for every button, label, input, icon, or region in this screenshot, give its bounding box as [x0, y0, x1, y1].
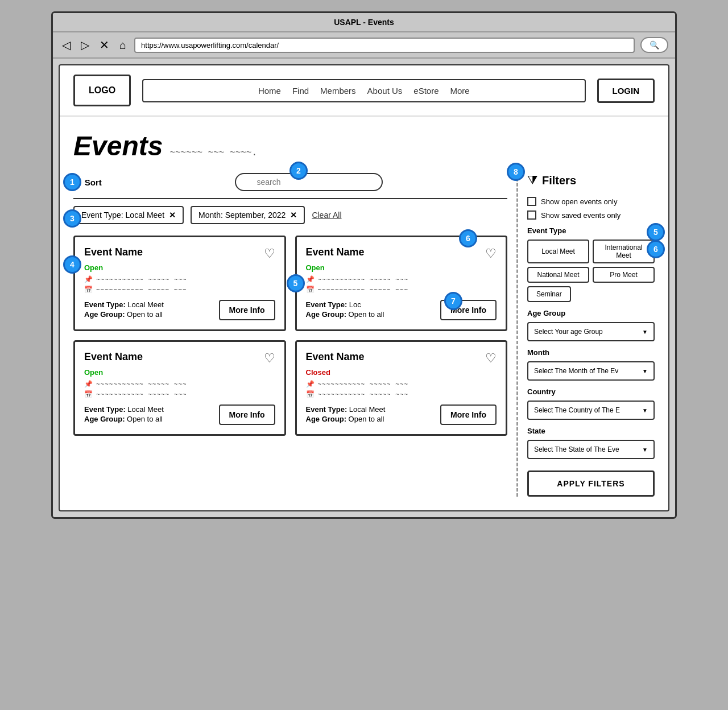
- show-open-events-label: Show open events only: [541, 197, 617, 206]
- filters-header: ⧩ Filters: [527, 173, 655, 188]
- event-card-1: Event Name ♡ Open 📌 ~~~~~~~~~~~ ~~~~~ ~~…: [73, 236, 286, 331]
- filters-title: Filters: [542, 174, 576, 187]
- location-icon-1: 📌: [84, 275, 93, 284]
- event-type-section-label: Event Type: [527, 226, 655, 235]
- annotation-6-sidebar: 6: [647, 240, 665, 258]
- show-open-events-checkbox-row[interactable]: Show open events only: [527, 197, 655, 206]
- filter-tag-month[interactable]: Month: September, 2022 ✕: [191, 206, 305, 224]
- address-bar[interactable]: [134, 38, 635, 53]
- event-status-1: Open: [84, 263, 275, 272]
- annotation-4: 4: [63, 255, 81, 274]
- site-header: LOGO Home Find Members About Us eStore M…: [60, 65, 668, 117]
- favorite-icon-3[interactable]: ♡: [264, 351, 275, 366]
- forward-button[interactable]: ▷: [78, 37, 92, 53]
- country-dropdown[interactable]: Select The Country of The E ▼: [527, 401, 655, 420]
- filter-funnel-icon: ⧩: [527, 173, 537, 188]
- state-dropdown-arrow: ▼: [642, 447, 648, 453]
- favorite-icon-2[interactable]: ♡: [485, 246, 497, 261]
- nav-find[interactable]: Find: [292, 86, 309, 96]
- annotation-8: 8: [507, 163, 525, 181]
- favorite-icon-4[interactable]: ♡: [485, 351, 497, 366]
- page-title-area: Events ~~~~~~ ~~~ ~~~~.: [73, 130, 655, 162]
- nav-members[interactable]: Members: [320, 86, 356, 96]
- annotation-5-card: 5: [287, 274, 305, 292]
- calendar-icon-1: 📅: [84, 286, 93, 294]
- event-name-4: Event Name: [306, 351, 365, 363]
- event-card-3: Event Name ♡ Open 📌 ~~~~~~~~~~~ ~~~~~ ~~…: [73, 340, 286, 436]
- nav-menu: Home Find Members About Us eStore More: [142, 79, 585, 102]
- favorite-icon-1[interactable]: ♡: [264, 246, 275, 261]
- country-dropdown-arrow: ▼: [642, 407, 648, 414]
- event-type-4: Local Meet: [349, 405, 386, 414]
- event-status-3: Open: [84, 368, 275, 377]
- calendar-icon-4: 📅: [306, 390, 315, 399]
- show-saved-events-checkbox-row[interactable]: Show saved events only: [527, 210, 655, 220]
- event-name-2: Event Name: [306, 246, 365, 258]
- event-name-3: Event Name: [84, 351, 143, 363]
- browser-title: USAPL - Events: [334, 18, 394, 27]
- close-button[interactable]: ✕: [97, 37, 111, 53]
- location-icon-2: 📌: [306, 275, 315, 284]
- more-info-btn-1[interactable]: More Info: [219, 300, 275, 320]
- clear-all-button[interactable]: Clear All: [312, 210, 341, 220]
- main-content-area: 1 ▲ ▼ Sort: [73, 173, 655, 497]
- calendar-icon-3: 📅: [84, 390, 93, 399]
- filter-tag-event-type[interactable]: Event Type: Local Meet ✕: [73, 206, 184, 224]
- sort-label: Sort: [85, 178, 102, 187]
- apply-filters-button[interactable]: APPLY FILTERS: [527, 470, 655, 497]
- annotation-2: 2: [289, 162, 308, 180]
- event-type-grid: Local Meet International Meet National M…: [527, 240, 655, 283]
- calendar-icon-2: 📅: [306, 286, 315, 294]
- page-body: Events ~~~~~~ ~~~ ~~~~. 8 1: [60, 117, 668, 510]
- event-type-local-meet[interactable]: Local Meet: [527, 240, 589, 263]
- login-button[interactable]: LOGIN: [597, 79, 655, 103]
- month-dropdown[interactable]: Select The Month of The Ev ▼: [527, 361, 655, 381]
- controls-row: ▲ ▼ Sort 2 🔍: [73, 173, 507, 199]
- sidebar-filters: 5 6 ⧩ Filters Show open events only: [518, 173, 655, 497]
- nav-estore[interactable]: eStore: [413, 86, 439, 96]
- age-group-dropdown-arrow: ▼: [642, 329, 648, 335]
- event-type-seminar[interactable]: Seminar: [527, 286, 571, 302]
- event-type-national-meet[interactable]: National Meet: [527, 267, 589, 283]
- country-dropdown-text: Select The Country of The E: [534, 406, 620, 414]
- age-group-dropdown[interactable]: Select Your age Group ▼: [527, 322, 655, 341]
- event-status-4: Closed: [306, 368, 497, 377]
- search-input[interactable]: [235, 173, 383, 191]
- age-group-4: Open to all: [349, 415, 384, 423]
- show-saved-events-checkbox[interactable]: [527, 210, 536, 220]
- browser-search-button[interactable]: 🔍: [640, 37, 668, 53]
- nav-home[interactable]: Home: [258, 86, 281, 96]
- month-section-label: Month: [527, 348, 655, 357]
- show-open-events-checkbox[interactable]: [527, 197, 536, 206]
- page-subtitle: ~~~~~~ ~~~ ~~~~.: [169, 148, 257, 158]
- site-content: LOGO Home Find Members About Us eStore M…: [59, 64, 669, 511]
- month-dropdown-text: Select The Month of The Ev: [534, 367, 618, 375]
- event-status-2: Open: [306, 263, 497, 272]
- controls-wrapper: 8 1 ▲ ▼: [73, 173, 655, 497]
- age-group-3: Open to all: [127, 415, 163, 423]
- age-group-dropdown-text: Select Your age Group: [534, 328, 603, 336]
- nav-about-us[interactable]: About Us: [367, 86, 403, 96]
- logo: LOGO: [73, 75, 131, 106]
- country-section-label: Country: [527, 387, 655, 396]
- show-saved-events-label: Show saved events only: [541, 211, 621, 220]
- annotation-6-card: 6: [459, 229, 477, 247]
- events-area: 1 ▲ ▼ Sort: [73, 173, 518, 497]
- age-group-1: Open to all: [127, 310, 163, 319]
- event-type-pro-meet[interactable]: Pro Meet: [593, 267, 655, 283]
- annotation-7-card: 7: [444, 292, 462, 310]
- location-icon-4: 📌: [306, 380, 315, 389]
- remove-month-filter[interactable]: ✕: [290, 210, 297, 220]
- annotation-3: 3: [63, 209, 81, 228]
- nav-more[interactable]: More: [450, 86, 470, 96]
- more-info-btn-3[interactable]: More Info: [219, 404, 275, 425]
- annotation-5-sidebar: 5: [647, 223, 665, 241]
- event-type-international-meet[interactable]: International Meet: [593, 240, 655, 263]
- remove-event-type-filter[interactable]: ✕: [169, 210, 176, 220]
- state-dropdown-text: Select The State of The Eve: [534, 445, 619, 453]
- home-button[interactable]: ⌂: [117, 38, 129, 53]
- more-info-btn-4[interactable]: More Info: [440, 404, 497, 425]
- age-group-2: Open to all: [349, 310, 384, 319]
- state-dropdown[interactable]: Select The State of The Eve ▼: [527, 440, 655, 459]
- back-button[interactable]: ◁: [60, 37, 73, 53]
